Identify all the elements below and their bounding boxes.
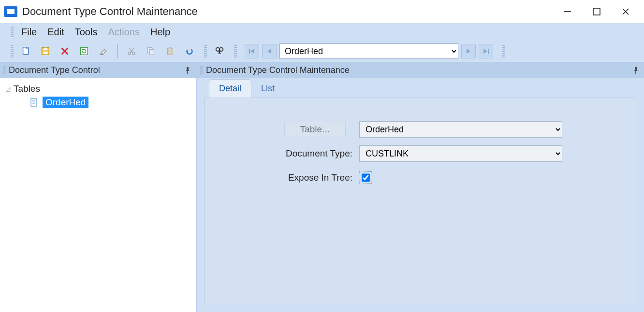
menu-help[interactable]: Help bbox=[149, 26, 171, 39]
nav-next-button[interactable] bbox=[461, 44, 476, 58]
pin-icon[interactable] bbox=[183, 66, 192, 75]
svg-rect-27 bbox=[249, 49, 250, 54]
record-navigator: OrderHed bbox=[245, 43, 493, 59]
expose-in-tree-label: Expose In Tree: bbox=[219, 172, 359, 183]
svg-rect-11 bbox=[81, 48, 88, 55]
menubar-grip bbox=[11, 27, 14, 37]
svg-marker-29 bbox=[267, 49, 271, 54]
toolbar-grip bbox=[11, 45, 14, 57]
svg-rect-13 bbox=[100, 54, 103, 55]
tree-item-orderhed[interactable]: OrderHed bbox=[5, 96, 191, 109]
delete-button[interactable] bbox=[57, 43, 73, 59]
menu-tools[interactable]: Tools bbox=[74, 26, 99, 39]
tree-view[interactable]: ◿ Tables OrderHed bbox=[0, 78, 196, 312]
right-pane-header: Document Type Control Maintenance bbox=[197, 62, 644, 78]
svg-rect-19 bbox=[149, 49, 154, 55]
pane-grip-icon bbox=[200, 66, 203, 75]
save-button[interactable] bbox=[38, 43, 53, 59]
left-pane-header: Document Type Control bbox=[0, 62, 196, 78]
new-button[interactable] bbox=[18, 43, 34, 59]
toolbar: OrderHed bbox=[0, 41, 644, 62]
document-icon bbox=[29, 97, 40, 108]
titlebar: Document Type Control Maintenance bbox=[0, 0, 644, 23]
window-title: Document Type Control Maintenance bbox=[22, 5, 198, 18]
right-pane: Document Type Control Maintenance Detail… bbox=[197, 62, 644, 312]
expand-icon[interactable]: ◿ bbox=[5, 85, 11, 92]
nav-first-button[interactable] bbox=[245, 44, 259, 58]
tabstrip: Detail List bbox=[204, 78, 637, 98]
copy-button[interactable] bbox=[143, 43, 159, 59]
nav-last-button[interactable] bbox=[479, 44, 493, 58]
pane-grip-icon bbox=[3, 66, 6, 75]
cut-button[interactable] bbox=[124, 43, 139, 59]
toolbar-grip-4 bbox=[502, 45, 505, 57]
left-pane: Document Type Control ◿ Tables OrderHed bbox=[0, 62, 197, 312]
close-button[interactable] bbox=[611, 2, 640, 21]
expose-in-tree-wrap bbox=[359, 171, 372, 184]
svg-rect-34 bbox=[31, 99, 37, 106]
tab-detail[interactable]: Detail bbox=[209, 79, 251, 98]
svg-rect-32 bbox=[488, 49, 489, 54]
svg-marker-31 bbox=[483, 49, 487, 54]
nav-prev-button[interactable] bbox=[262, 44, 277, 58]
tree-root-label: Tables bbox=[14, 84, 40, 94]
expose-in-tree-checkbox[interactable] bbox=[362, 172, 370, 183]
refresh-button[interactable] bbox=[76, 43, 92, 59]
app-icon bbox=[4, 6, 17, 17]
svg-rect-38 bbox=[635, 71, 636, 74]
toolbar-sep-1 bbox=[117, 44, 118, 58]
right-pane-title: Document Type Control Maintenance bbox=[206, 65, 350, 75]
document-type-select[interactable]: CUSTLINK bbox=[359, 145, 562, 162]
tree-root[interactable]: ◿ Tables bbox=[5, 82, 191, 96]
svg-marker-30 bbox=[467, 49, 470, 54]
undo-button[interactable] bbox=[182, 43, 197, 59]
tab-list[interactable]: List bbox=[251, 80, 284, 98]
svg-rect-21 bbox=[169, 47, 172, 49]
table-select[interactable]: OrderHed bbox=[359, 121, 562, 138]
table-lookup-button[interactable]: Table... bbox=[284, 122, 346, 137]
clear-button[interactable] bbox=[96, 43, 111, 59]
nav-record-select[interactable]: OrderHed bbox=[279, 43, 458, 59]
paste-button[interactable] bbox=[162, 43, 178, 59]
svg-rect-33 bbox=[187, 71, 188, 74]
detail-form: Table... OrderHed Document Type: CUSTLIN… bbox=[204, 98, 637, 305]
tree-item-label: OrderHed bbox=[43, 97, 88, 108]
menu-edit[interactable]: Edit bbox=[46, 26, 65, 39]
search-button[interactable] bbox=[212, 43, 227, 59]
svg-rect-1 bbox=[593, 8, 600, 15]
menu-file[interactable]: File bbox=[20, 26, 38, 39]
svg-marker-28 bbox=[250, 49, 254, 54]
toolbar-grip-3 bbox=[234, 45, 237, 57]
menubar: File Edit Tools Actions Help bbox=[0, 23, 644, 41]
svg-rect-8 bbox=[43, 52, 47, 55]
document-type-label: Document Type: bbox=[219, 148, 359, 159]
minimize-button[interactable] bbox=[553, 2, 582, 21]
pin-icon[interactable] bbox=[631, 66, 640, 75]
maximize-button[interactable] bbox=[582, 2, 611, 21]
left-pane-title: Document Type Control bbox=[9, 65, 100, 75]
toolbar-grip-2 bbox=[204, 45, 207, 57]
svg-rect-7 bbox=[44, 48, 47, 51]
menu-actions[interactable]: Actions bbox=[107, 26, 141, 39]
